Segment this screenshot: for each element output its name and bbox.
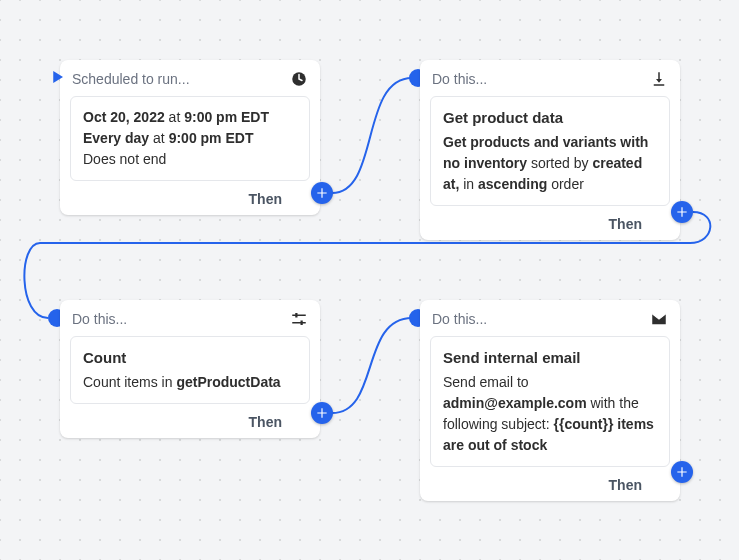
- card-body: Send internal email Send email to admin@…: [430, 336, 670, 467]
- then-label: Then: [609, 216, 642, 232]
- add-step-button[interactable]: [311, 182, 333, 204]
- svg-rect-5: [301, 321, 303, 326]
- card-header-label: Do this...: [432, 71, 642, 87]
- card-header-label: Do this...: [72, 311, 282, 327]
- svg-rect-4: [295, 313, 297, 318]
- download-icon: [650, 70, 668, 88]
- workflow-card-get-products[interactable]: Do this... Get product data Get products…: [420, 60, 680, 240]
- then-label: Then: [249, 414, 282, 430]
- svg-rect-2: [292, 315, 306, 317]
- tune-icon: [290, 310, 308, 328]
- card-header-label: Scheduled to run...: [72, 71, 282, 87]
- add-step-button[interactable]: [671, 461, 693, 483]
- play-handle-icon: [48, 68, 66, 86]
- card-body: Oct 20, 2022 at 9:00 pm EDT Every day at…: [70, 96, 310, 181]
- card-body: Get product data Get products and varian…: [430, 96, 670, 206]
- workflow-card-send-email[interactable]: Do this... Send internal email Send emai…: [420, 300, 680, 501]
- add-step-button[interactable]: [671, 201, 693, 223]
- workflow-card-trigger[interactable]: Scheduled to run... Oct 20, 2022 at 9:00…: [60, 60, 320, 215]
- svg-rect-1: [654, 84, 665, 86]
- mail-icon: [650, 310, 668, 328]
- add-step-button[interactable]: [311, 402, 333, 424]
- workflow-card-count[interactable]: Do this... Count Count items in getProdu…: [60, 300, 320, 438]
- card-header-label: Do this...: [432, 311, 642, 327]
- clock-icon: [290, 70, 308, 88]
- svg-rect-3: [292, 322, 306, 324]
- then-label: Then: [249, 191, 282, 207]
- then-label: Then: [609, 477, 642, 493]
- card-body: Count Count items in getProductData: [70, 336, 310, 404]
